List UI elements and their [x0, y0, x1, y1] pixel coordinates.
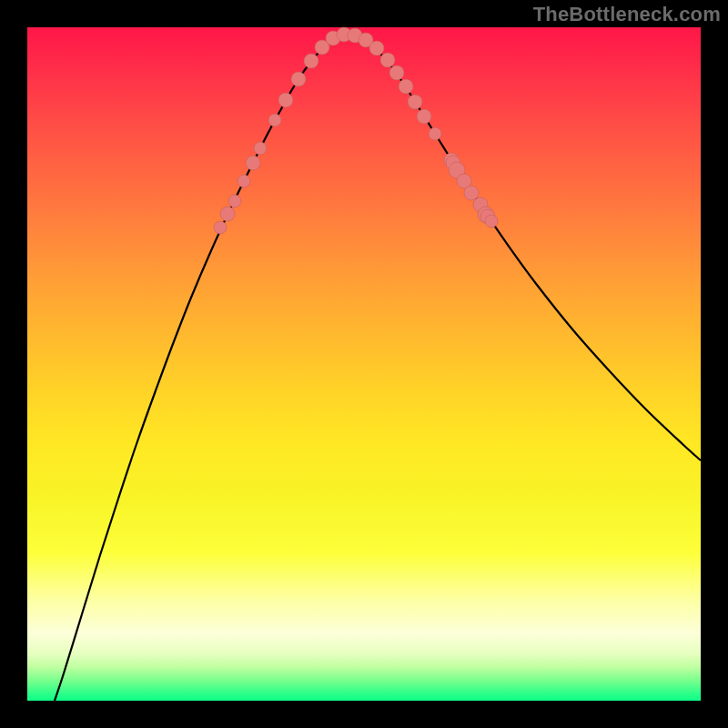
data-marker — [304, 54, 318, 68]
chart-frame: TheBottleneck.com — [0, 0, 728, 728]
chart-svg — [27, 27, 701, 701]
data-marker — [429, 127, 441, 140]
data-marker — [369, 41, 384, 56]
data-marker — [464, 186, 479, 200]
data-marker — [417, 109, 431, 124]
data-marker — [238, 175, 250, 187]
plot-area — [27, 27, 701, 701]
data-marker — [246, 156, 260, 170]
data-marker — [399, 79, 413, 94]
data-markers — [214, 27, 498, 234]
data-marker — [214, 221, 227, 234]
watermark-text: TheBottleneck.com — [533, 3, 721, 26]
data-marker — [268, 114, 281, 126]
bottleneck-curve — [55, 34, 701, 701]
data-marker — [380, 53, 395, 67]
data-marker — [389, 66, 404, 80]
data-marker — [220, 207, 235, 221]
data-marker — [291, 72, 306, 86]
data-marker — [408, 95, 422, 109]
data-marker — [278, 93, 293, 107]
data-marker — [228, 195, 241, 207]
data-marker — [485, 215, 498, 228]
data-marker — [254, 142, 267, 155]
